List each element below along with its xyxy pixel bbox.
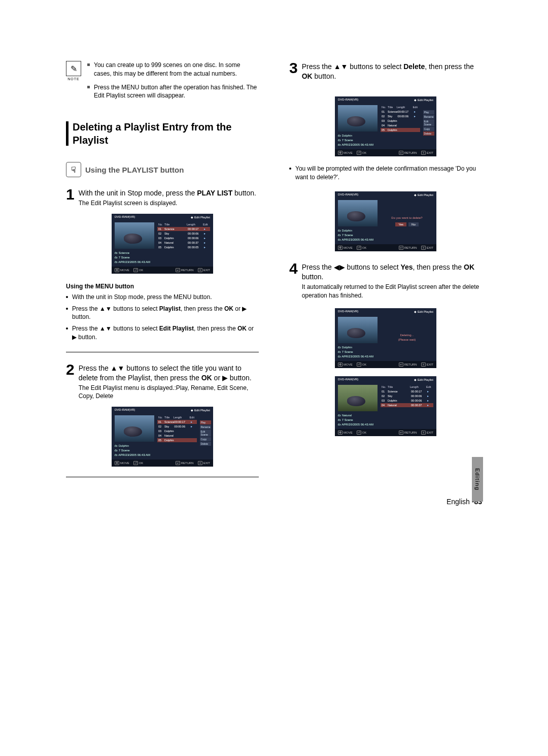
bullet-item: With the unit in Stop mode, press the ME… xyxy=(66,293,259,302)
no-button: No xyxy=(408,222,419,226)
deleting-message: Deleting... (Please wait) xyxy=(381,317,433,359)
bullet-icon xyxy=(87,63,90,66)
step-instruction: Press the ◀▶ buttons to select Yes, then… xyxy=(302,262,482,282)
subheading: ☟ Using the PLAYLIST button xyxy=(66,162,259,177)
step-instruction: Press the ▲▼ buttons to select Delete, t… xyxy=(302,62,482,81)
popup-item: Edit Scene xyxy=(200,430,212,437)
popup-item: Rename xyxy=(423,115,435,119)
popup-item: Delete xyxy=(423,132,435,136)
thumbnail-image xyxy=(115,222,154,249)
step-3: 3 Press the ▲▼ buttons to select Delete,… xyxy=(289,61,482,81)
osd-edit-playlist-popup: DVD-RAM(VR)◆ Edit Playlist 🗀 Dolphin 🗀 7… xyxy=(112,407,213,467)
separator xyxy=(66,477,259,477)
popup-item: Play xyxy=(200,420,212,424)
confirm-message: Do you want to delete? xyxy=(391,216,422,219)
menu-heading: Using the MENU button xyxy=(66,283,259,290)
step-4: 4 Press the ◀▶ buttons to select Yes, th… xyxy=(289,261,482,300)
note-items: You can create up to 999 scenes on one d… xyxy=(87,61,259,100)
thumbnail-image xyxy=(115,415,154,442)
popup-item: Delete xyxy=(200,442,212,446)
bullet-item: Press the ▲▼ buttons to select Playlist,… xyxy=(66,305,259,322)
step-subtext: The Edit Playlist screen is displayed. xyxy=(79,199,259,208)
osd-deleting: DVD-RAM(VR)◆ Edit Playlist 🗀 Dolphin 🗀 7… xyxy=(335,308,436,368)
step-number: 4 xyxy=(289,261,298,300)
list-row: 02Sky00:00:06▸ xyxy=(157,232,210,236)
step-instruction: Press the ▲▼ buttons to select the title… xyxy=(79,364,259,383)
pencil-icon: ✎ xyxy=(66,61,81,76)
note-icon-wrapper: ✎ NOTE xyxy=(66,61,81,100)
popup-menu: Play Rename Edit Scene Copy Delete xyxy=(423,105,435,147)
list-row: 01Science00:00:17▸ xyxy=(157,227,210,231)
thumbnail-image xyxy=(338,385,378,411)
osd-confirm-delete: DVD-RAM(VR)◆ Edit Playlist 🗀 Dolphin 🗀 7… xyxy=(335,191,436,251)
step-instruction: With the unit in Stop mode, press the PL… xyxy=(79,188,259,198)
menu-bullets: With the unit in Stop mode, press the ME… xyxy=(66,293,259,342)
note-label: NOTE xyxy=(66,77,81,81)
popup-item: Copy xyxy=(423,127,435,131)
thumbnail-image xyxy=(338,105,378,132)
osd-popup-delete: DVD-RAM(VR)◆ Edit Playlist 🗀 Dolphin 🗀 7… xyxy=(335,96,436,156)
note-item: You can create up to 999 scenes on one d… xyxy=(87,61,259,78)
step-number: 3 xyxy=(289,61,298,81)
bullet-icon xyxy=(87,86,90,88)
confirm-dialog: Do you want to delete? Yes No xyxy=(381,200,433,242)
step-1: 1 With the unit in Stop mode, press the … xyxy=(66,187,259,208)
side-tab: Editing xyxy=(472,457,483,502)
bullet-item: Press the ▲▼ buttons to select Edit Play… xyxy=(66,324,259,342)
note-item: Press the MENU button after the operatio… xyxy=(87,83,259,101)
popup-menu: Play Rename Edit Scene Copy Delete xyxy=(200,415,212,457)
osd-after-delete: DVD-RAM(VR)◆ Edit Playlist 🗀 Natural 🗀 7… xyxy=(335,376,436,436)
yes-button: Yes xyxy=(395,222,406,226)
list-row: 03Dolphin00:00:06▸ xyxy=(157,236,210,240)
step-number: 2 xyxy=(66,363,75,401)
thumbnail-image xyxy=(338,200,378,226)
popup-item: Copy xyxy=(200,437,212,441)
heading-bar xyxy=(66,121,68,146)
step-subtext: It automatically returned to the Edit Pl… xyxy=(302,283,482,300)
note-block: ✎ NOTE You can create up to 999 scenes o… xyxy=(66,61,259,100)
list-row: 04Natural00:00:37▸ xyxy=(157,241,210,245)
step-number: 1 xyxy=(66,187,75,208)
page-footer: English -83 xyxy=(66,498,482,506)
bullet-item: You will be prompted with the delete con… xyxy=(289,165,482,182)
hand-icon: ☟ xyxy=(66,162,81,177)
list-row: 05Dolphin00:00:05▸ xyxy=(157,245,210,249)
step-2: 2 Press the ▲▼ buttons to select the tit… xyxy=(66,363,259,401)
popup-item: Edit Scene xyxy=(423,119,435,126)
separator xyxy=(66,352,259,352)
popup-item: Play xyxy=(423,110,435,114)
section-heading: Deleting a Playlist Entry from the Playl… xyxy=(66,120,259,147)
playlist-table: No.TitleLengthEdit 01Science00:00:17▸ 02… xyxy=(157,222,210,265)
thumbnail-info: 🗀 Science 🗀 7 Scene 🗀 APR/23/2005 06:43 … xyxy=(115,251,154,265)
thumbnail-image xyxy=(338,317,378,343)
step-subtext: The Edit Playlist menu is displayed.:Pla… xyxy=(79,384,259,401)
popup-item: Rename xyxy=(200,425,212,429)
osd-edit-playlist: DVD-RAM(VR)◆ Edit Playlist 🗀 Science 🗀 7… xyxy=(112,214,213,274)
